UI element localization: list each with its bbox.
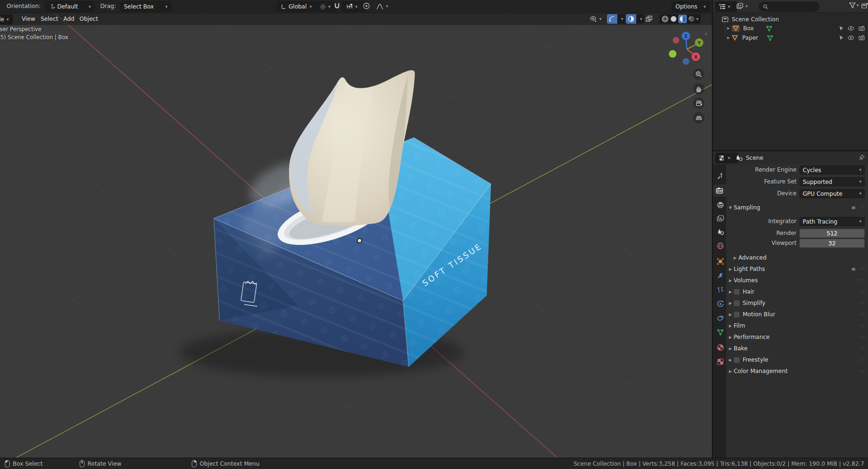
orientation-dropdown[interactable]: Default ▾ — [45, 1, 95, 12]
tab-render[interactable] — [713, 184, 726, 197]
shading-wireframe-button[interactable] — [661, 15, 669, 23]
editor-type-dropdown[interactable]: ▾ — [715, 153, 738, 163]
collection-icon — [721, 16, 729, 23]
gizmo-x-neg-axis[interactable] — [673, 37, 679, 43]
outliner-scene-collection-row[interactable]: Scene Collection — [713, 15, 868, 24]
menu-add[interactable]: Add — [61, 13, 77, 25]
collection-name: Scene Collection — [732, 16, 779, 23]
disable-render-toggle[interactable] — [859, 35, 865, 41]
motion-blur-checkbox[interactable] — [734, 312, 740, 318]
drag-handle[interactable]: ∷∷ — [860, 346, 866, 351]
drag-handle[interactable]: ∷∷ — [860, 323, 866, 328]
snap-toggle[interactable] — [333, 2, 341, 10]
section-light-paths[interactable]: ▶Light Paths ≡ ∷∷ — [713, 263, 868, 275]
simplify-checkbox[interactable] — [734, 300, 740, 306]
drag-label: Drag: — [100, 0, 116, 13]
drag-handle[interactable]: ∷∷ — [860, 205, 866, 210]
scene-breadcrumb-icon — [736, 155, 743, 161]
shading-rendered-button[interactable] — [688, 15, 695, 23]
section-color-management[interactable]: ▶Color Management ∷∷ — [713, 365, 868, 377]
section-sampling[interactable]: ▼ Sampling ≡ ∷∷ — [713, 202, 868, 213]
magnet-icon — [333, 2, 341, 10]
subsection-advanced[interactable]: ▶ Advanced — [713, 252, 868, 263]
menu-select[interactable]: Select — [38, 13, 61, 25]
eye-icon — [848, 26, 854, 31]
proportional-falloff-dropdown[interactable]: ▾ — [373, 1, 395, 11]
proportional-editing-toggle[interactable] — [362, 2, 370, 10]
samples-render-field[interactable]: 512 — [799, 229, 865, 238]
pan-button[interactable] — [693, 83, 704, 95]
hair-checkbox[interactable] — [734, 289, 740, 295]
drag-handle[interactable]: ∷∷ — [860, 278, 866, 283]
pin-icon[interactable] — [859, 155, 865, 161]
shading-material-active[interactable] — [678, 15, 687, 23]
section-hair[interactable]: ▶ Hair ∷∷ — [713, 286, 868, 297]
mouse-left-icon — [5, 460, 10, 468]
section-freestyle[interactable]: ▶ Freestyle ∷∷ — [713, 354, 868, 365]
options-dropdown[interactable]: Options▾ — [672, 1, 710, 12]
section-performance[interactable]: ▶Performance ∷∷ — [713, 331, 868, 343]
section-motion-blur[interactable]: ▶ Motion Blur ∷∷ — [713, 309, 868, 320]
active-collection-label: (45) Scene Collection | Box — [0, 34, 68, 41]
navigation-gizmo[interactable]: Z Y X — [668, 27, 708, 68]
integrator-dropdown[interactable]: Path Tracing▾ — [799, 217, 865, 226]
drag-handle[interactable]: ∷∷ — [860, 369, 866, 373]
tab-scene[interactable] — [714, 226, 726, 238]
filter-dropdown[interactable]: ▾ — [849, 2, 859, 9]
properties-header: ▾ Scene — [713, 151, 868, 165]
new-collection-button[interactable] — [861, 2, 868, 9]
hide-viewport-toggle[interactable] — [848, 35, 854, 41]
shading-solid-button[interactable] — [670, 15, 677, 23]
mode-dropdown[interactable]: de▾ — [0, 14, 13, 25]
outliner-search-input[interactable] — [759, 2, 819, 11]
outliner-paper-row[interactable]: ▶ Paper — [713, 33, 868, 43]
samples-viewport-field[interactable]: 32 — [799, 239, 865, 248]
drag-handle[interactable]: ∷∷ — [860, 312, 866, 317]
tab-tool[interactable] — [714, 170, 726, 182]
drag-dropdown[interactable]: Select Box▾ — [120, 1, 171, 12]
disable-render-toggle[interactable] — [859, 26, 865, 31]
menu-view[interactable]: View — [19, 13, 38, 25]
hide-viewport-toggle[interactable] — [848, 26, 854, 31]
display-mode-dropdown[interactable]: ▾ — [733, 1, 755, 11]
tab-view-layer[interactable] — [714, 212, 726, 225]
object-name: Box — [743, 25, 754, 32]
drag-value: Select Box — [124, 3, 163, 10]
selectable-toggle[interactable] — [839, 26, 844, 31]
zoom-button[interactable] — [693, 69, 704, 80]
object-visibility-dropdown[interactable]: ▾ — [588, 14, 604, 24]
device-dropdown[interactable]: GPU Compute▾ — [799, 189, 865, 198]
drag-handle[interactable]: ∷∷ — [860, 267, 866, 271]
3d-viewport[interactable]: SOFT TISSUE — [0, 0, 712, 458]
outliner-box-row[interactable]: ▶ Box — [713, 24, 868, 33]
xray-toggle[interactable] — [645, 15, 653, 23]
section-simplify[interactable]: ▶ Simplify ∷∷ — [713, 297, 868, 309]
freestyle-checkbox[interactable] — [734, 357, 740, 363]
feature-set-dropdown[interactable]: Supported▾ — [799, 177, 865, 186]
transform-orientation-dropdown[interactable]: Global ▾ — [277, 1, 316, 12]
tool-settings-bar: Orientation: Default ▾ Drag: Select Box▾… — [0, 0, 712, 13]
preset-icon[interactable]: ≡ — [851, 205, 856, 211]
sidebar-collapse-arrow[interactable]: ‹ — [705, 30, 707, 37]
drag-handle[interactable]: ∷∷ — [860, 289, 866, 294]
menu-object[interactable]: Object — [77, 13, 101, 25]
render-engine-dropdown[interactable]: Cycles▾ — [799, 165, 865, 174]
gizmos-toggle-group[interactable]: ▾ — [607, 14, 625, 24]
tab-world[interactable] — [714, 240, 726, 252]
drag-handle[interactable]: ∷∷ — [860, 301, 866, 305]
gizmo-y-neg-axis[interactable] — [669, 50, 676, 58]
section-volumes[interactable]: ▶Volumes ∷∷ — [713, 275, 868, 286]
new-collection-icon — [861, 2, 868, 9]
selectable-toggle[interactable] — [839, 35, 844, 41]
drag-handle[interactable]: ∷∷ — [860, 357, 866, 362]
perspective-toggle-button[interactable] — [693, 112, 704, 123]
camera-view-button[interactable] — [693, 97, 704, 109]
view-perspective-label: User Perspective — [0, 26, 41, 33]
options-label: Options — [675, 3, 701, 10]
section-bake[interactable]: ▶Bake ∷∷ — [713, 343, 868, 354]
gizmo-z-neg-axis[interactable] — [683, 58, 689, 65]
drag-handle[interactable]: ∷∷ — [860, 335, 866, 339]
preset-icon[interactable]: ≡ — [851, 266, 856, 272]
overlays-toggle-group[interactable]: ▾ — [626, 14, 644, 24]
section-film[interactable]: ▶Film ∷∷ — [713, 320, 868, 331]
